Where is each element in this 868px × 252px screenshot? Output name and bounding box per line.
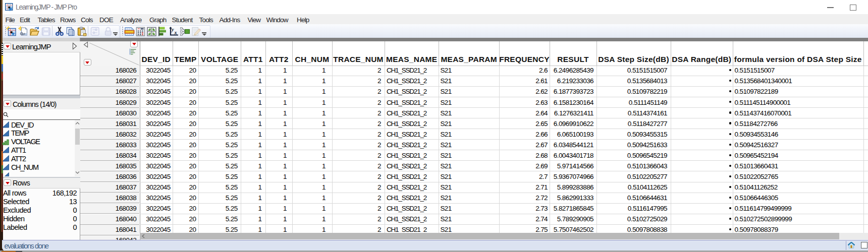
svg-text:y: y [171, 27, 174, 32]
svg-text:x: x [174, 30, 177, 35]
